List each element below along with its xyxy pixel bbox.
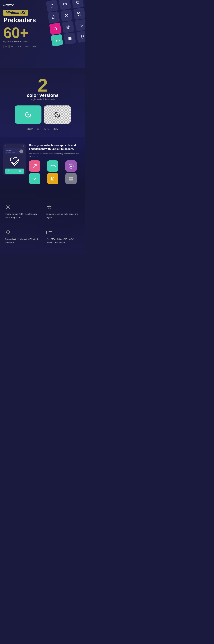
- mockup-welcome: Welcome to Crypto Wallet: [5, 148, 24, 154]
- feature-created: Created with Adobe After Effects & Illus…: [3, 224, 43, 250]
- plus-icon: ✚: [13, 170, 15, 173]
- app-icon-gold: S: [47, 173, 58, 184]
- feature-json-text: Ready-to-use JSON files for easy Lottie …: [5, 212, 39, 219]
- features-section: Ready-to-use JSON files for easy Lottie …: [0, 191, 85, 254]
- color-number: 2: [3, 76, 82, 94]
- bright-mode-preview: [15, 106, 42, 124]
- hero-badge: Minimal UX: [3, 10, 28, 16]
- avatar: [19, 150, 23, 153]
- mockup-top-bar: ♡ ⚙ ⬡: [5, 145, 24, 147]
- ux-para: The ultimate solution for seamless loadi…: [29, 152, 82, 158]
- feature-versatile: Versatile icons for web, apps, and digit…: [43, 199, 82, 224]
- folder-icon: [46, 229, 52, 235]
- tag-mp4: MP4: [31, 45, 38, 48]
- tag-ai: Ai: [10, 45, 14, 48]
- settings-icon: ⚙ ⬡: [21, 145, 24, 147]
- svg-point-27: [7, 206, 9, 208]
- feature-created-text: Created with Adobe After Effects & Illus…: [5, 238, 39, 244]
- svg-point-0: [51, 4, 53, 5]
- svg-rect-24: [71, 177, 73, 178]
- app-icon-purple: [65, 160, 77, 172]
- app-mockup: ♡ ⚙ ⬡ Welcome to Crypto Wallet ⌂ ✚ ▤: [3, 144, 26, 175]
- color-label: color versions: [3, 93, 82, 98]
- format-line: JSON + GIF + MP4 + MOV: [3, 128, 82, 130]
- ux-text-column: Boost your website's or apps UX and enga…: [29, 144, 82, 184]
- svg-rect-26: [71, 179, 73, 180]
- hero-section: Drawer Minimal UX Preloaders 60+ Dynamic…: [0, 0, 85, 68]
- svg-point-20: [70, 164, 72, 166]
- svg-line-1: [52, 5, 52, 7]
- home-icon: ⌂: [8, 170, 9, 173]
- heart-icon: ♡: [5, 145, 6, 147]
- mockup-bottom-bar: ⌂ ✚ ▤: [5, 168, 24, 174]
- bulb-icon: [5, 229, 11, 235]
- welcome-line1: Welcome: [6, 150, 16, 151]
- icon-cell: [59, 0, 71, 10]
- app-icon-gray: [65, 173, 77, 184]
- color-section: 2 color versions bright mode & dark mode…: [0, 68, 85, 137]
- svg-rect-3: [63, 3, 66, 5]
- tag-ae: Ae: [3, 45, 9, 48]
- app-icon-teal2: [29, 173, 40, 184]
- feature-files: .Ae, .MP4, .MOV .GIF, .MOV, .JSON files …: [43, 224, 82, 250]
- icon-cell: [71, 0, 84, 8]
- feature-files-text: .Ae, .MP4, .MOV .GIF, .MOV, .JSON files …: [46, 238, 79, 244]
- app-icon-pink: [29, 160, 40, 172]
- hero-subtitle: Dynamic Lottie Preloaders: [3, 40, 82, 43]
- svg-point-18: [28, 114, 29, 115]
- welcome-line2: to Crypto Wallet: [6, 151, 16, 153]
- tag-json: JSON: [15, 45, 23, 48]
- hero-tags: Ae Ai JSON GIF MP4: [3, 45, 82, 48]
- wallet-icon: ▤: [19, 170, 21, 173]
- svg-point-17: [82, 38, 83, 39]
- hero-title: Preloaders: [3, 17, 82, 24]
- color-previews: [3, 106, 82, 124]
- features-grid: Ready-to-use JSON files for easy Lottie …: [3, 199, 82, 250]
- tag-gif: GIF: [24, 45, 30, 48]
- mockup-main-icon: [8, 156, 21, 167]
- svg-line-4: [63, 4, 66, 4]
- svg-point-19: [57, 114, 58, 115]
- dark-mode-preview: [44, 106, 71, 124]
- feature-versatile-text: Versatile icons for web, apps, and digit…: [46, 212, 79, 219]
- svg-rect-25: [69, 179, 71, 180]
- star-icon: [46, 204, 52, 210]
- feature-json: Ready-to-use JSON files for easy Lottie …: [3, 199, 43, 224]
- svg-rect-23: [69, 177, 71, 178]
- app-icons-grid: S: [29, 160, 82, 184]
- gear-icon: [5, 204, 11, 210]
- app-icon-teal: [47, 160, 58, 172]
- ux-section: ♡ ⚙ ⬡ Welcome to Crypto Wallet ⌂ ✚ ▤ Boo…: [0, 137, 85, 191]
- mockup-welcome-text: Welcome to Crypto Wallet: [6, 150, 16, 153]
- color-sublabel: bright mode & dark mode: [3, 98, 82, 100]
- svg-line-2: [51, 7, 53, 8]
- ux-heading: Boost your website's or apps UX and enga…: [29, 144, 82, 151]
- hero-number: 60+: [3, 25, 82, 40]
- svg-text:S: S: [52, 178, 53, 180]
